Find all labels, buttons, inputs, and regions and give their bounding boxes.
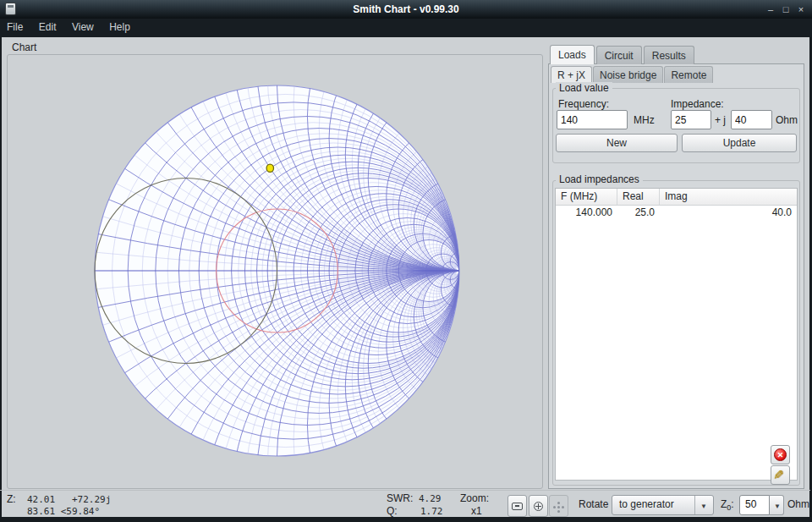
- zoom-100-button[interactable]: [508, 495, 527, 517]
- close-button[interactable]: ×: [793, 0, 809, 19]
- table-header: F (MHz) Real Imag: [556, 189, 797, 206]
- statusbar: Z: 42.01 +72.29j 83.61 <59.84° SWR: 4.29…: [0, 490, 810, 517]
- z0-combo-arrow-icon: ▼: [774, 503, 781, 510]
- window-title: Smith Chart - v0.99.30: [0, 3, 812, 15]
- tab-loads[interactable]: Loads: [550, 45, 595, 64]
- column-header-f-mhz[interactable]: F (MHz): [556, 189, 617, 205]
- impedance-imag-input[interactable]: [731, 110, 772, 129]
- edit-pencil-icon: ✎: [771, 470, 786, 481]
- rotate-selected-value: to generator: [619, 498, 674, 510]
- zoom-fit-button[interactable]: [529, 495, 548, 517]
- load-marker[interactable]: [266, 164, 273, 172]
- chart-frame-label: Chart: [12, 41, 36, 53]
- minimize-button[interactable]: –: [763, 0, 778, 19]
- z-polar-value: 83.61 <59.84°: [27, 506, 100, 517]
- impedance-real-input[interactable]: [671, 110, 711, 129]
- window-border-left: [0, 37, 2, 522]
- loads-sub-tabbar: R + jXNoise bridgeRemote: [551, 66, 714, 83]
- z0-combo-arrow-button[interactable]: ▼: [770, 495, 784, 515]
- rotate-combo-arrow-icon: ▼: [700, 503, 707, 510]
- column-header-imag[interactable]: Imag: [660, 189, 797, 205]
- maximize-button[interactable]: □: [778, 0, 793, 19]
- tab-r-jx[interactable]: R + jX: [551, 66, 592, 83]
- swr-value: 4.29: [419, 493, 442, 504]
- z0-label: Z0:: [721, 498, 734, 512]
- load-value-legend: Load value: [556, 82, 612, 94]
- cell-imag: 40.0: [660, 206, 797, 221]
- tab-results[interactable]: Results: [644, 46, 694, 64]
- impedance-unit-label: Ohm: [776, 114, 798, 126]
- rotate-combobox[interactable]: to generator ▼: [612, 495, 714, 515]
- cell-frequency: 140.000: [556, 206, 617, 221]
- grid-dots-icon: [553, 502, 564, 513]
- app-window: Smith Chart - v0.99.30 – □ × File Edit V…: [0, 0, 812, 522]
- titlebar: Smith Chart - v0.99.30 – □ ×: [0, 0, 812, 19]
- zoom-100-icon: [512, 503, 523, 510]
- z0-input[interactable]: 50: [739, 495, 770, 515]
- frequency-label: Frequency:: [558, 98, 609, 110]
- tab-remote[interactable]: Remote: [664, 66, 713, 83]
- edit-load-button[interactable]: ✎: [771, 465, 790, 485]
- zoom-fit-icon: [534, 502, 543, 511]
- main-tabbar: LoadsCircuitResults: [550, 45, 696, 64]
- delete-icon: ✕: [774, 448, 787, 461]
- zoom-label: Zoom:: [460, 492, 489, 504]
- zoom-value: x1: [471, 505, 482, 517]
- frequency-input[interactable]: [557, 110, 628, 129]
- window-border-bottom: [0, 517, 812, 522]
- column-header-real[interactable]: Real: [617, 189, 660, 205]
- plus-j-label: + j: [715, 114, 726, 126]
- impedance-label: Impedance:: [671, 98, 724, 110]
- q-value: 1.72: [420, 506, 443, 517]
- rotate-label: Rotate: [579, 498, 608, 510]
- menubar: File Edit View Help: [0, 19, 812, 37]
- menu-help[interactable]: Help: [104, 19, 135, 36]
- tab-circuit[interactable]: Circuit: [596, 46, 642, 64]
- delete-load-button[interactable]: ✕: [771, 445, 790, 464]
- new-button[interactable]: New: [556, 134, 678, 152]
- load-impedances-table: F (MHz) Real Imag 140.000 25.0 40.0: [555, 188, 798, 481]
- frequency-unit-label: MHz: [634, 114, 655, 126]
- z0-unit-label: Ohm: [787, 498, 809, 510]
- tab-noise-bridge[interactable]: Noise bridge: [593, 66, 663, 83]
- z-label: Z:: [7, 493, 16, 505]
- load-impedances-legend: Load impedances: [556, 173, 643, 185]
- update-button[interactable]: Update: [682, 134, 797, 152]
- cell-real: 25.0: [617, 206, 660, 221]
- q-label: Q:: [387, 505, 398, 517]
- table-row[interactable]: 140.000 25.0 40.0: [556, 206, 797, 221]
- menu-file[interactable]: File: [2, 19, 28, 36]
- z-rectangular-value: 42.01 +72.29j: [27, 494, 111, 505]
- grid-toggle-button[interactable]: [549, 495, 568, 517]
- smith-chart-canvas[interactable]: [8, 55, 542, 488]
- swr-label: SWR:: [387, 492, 413, 504]
- menu-view[interactable]: View: [67, 19, 99, 36]
- menu-edit[interactable]: Edit: [34, 19, 62, 36]
